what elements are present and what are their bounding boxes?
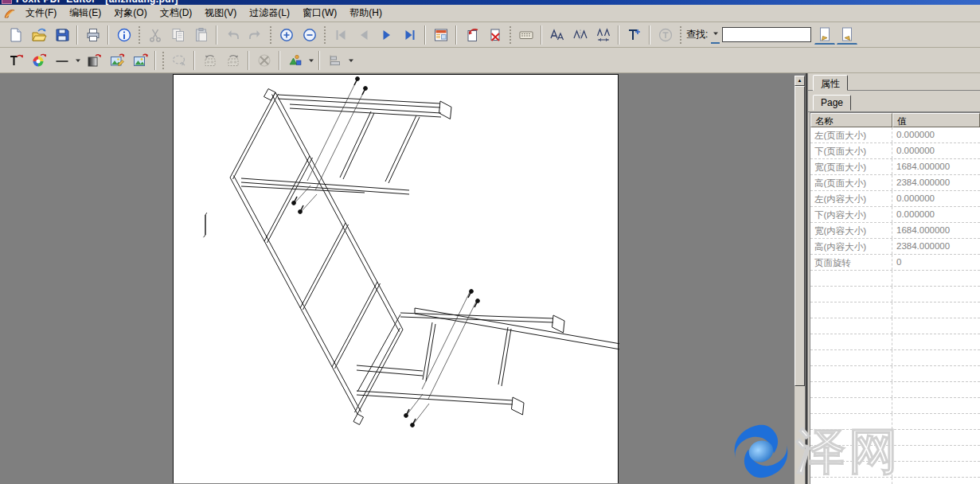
delete-page-icon — [487, 27, 503, 43]
toolbar-separator — [279, 51, 280, 70]
text-orientation-button[interactable] — [654, 25, 676, 45]
redo-button[interactable] — [244, 25, 266, 45]
property-name — [810, 446, 892, 461]
scrollbar-thumb[interactable] — [795, 86, 805, 386]
page-thumbnails-button[interactable] — [430, 25, 451, 45]
text-caret-mark — [204, 213, 207, 237]
delete-object-button[interactable] — [253, 50, 275, 71]
property-name — [810, 334, 892, 349]
properties-tab[interactable]: 属性 — [813, 75, 848, 91]
new-document-icon — [8, 27, 24, 43]
find-dropdown[interactable] — [711, 26, 720, 44]
property-name — [810, 302, 892, 318]
open-document-button[interactable] — [28, 25, 49, 45]
text-edit-tool-icon — [8, 53, 24, 68]
image-replace-tool-icon — [132, 53, 148, 68]
rotate-selection-left-button[interactable] — [199, 50, 221, 71]
property-value — [892, 382, 980, 397]
lasso-select-button[interactable] — [168, 50, 189, 71]
undo-button[interactable] — [221, 25, 243, 45]
property-row: 高(内容大小)2384.000000 — [810, 239, 980, 255]
find-input[interactable] — [722, 27, 811, 42]
shapes-dropdown[interactable] — [306, 52, 315, 69]
property-name: 宽(内容大小) — [810, 223, 892, 238]
property-value — [892, 398, 980, 413]
menu-item-2[interactable]: 编辑(E) — [63, 5, 107, 22]
document-info-button[interactable] — [113, 25, 135, 45]
property-value[interactable]: 0.000000 — [892, 127, 980, 142]
delete-page-button[interactable] — [484, 25, 506, 45]
property-value — [892, 414, 980, 429]
previous-page-button[interactable] — [353, 25, 374, 45]
paste-icon — [193, 27, 209, 43]
font-size-button[interactable] — [546, 25, 568, 45]
zoom-out-icon — [302, 27, 318, 43]
cut-button[interactable] — [144, 25, 166, 45]
property-value[interactable]: 2384.000000 — [892, 175, 980, 190]
find-forward-button[interactable] — [837, 25, 857, 45]
toolbar-grip — [138, 25, 141, 45]
property-value[interactable]: 0.000000 — [892, 207, 980, 222]
gradient-tool-button[interactable] — [83, 50, 104, 71]
image-replace-tool-button[interactable] — [129, 50, 150, 71]
property-value[interactable]: 0.000000 — [892, 191, 980, 206]
document-info-icon — [116, 27, 132, 43]
align-tool-button[interactable] — [324, 50, 346, 71]
paste-button[interactable] — [190, 25, 212, 45]
next-page-button[interactable] — [376, 25, 397, 45]
property-value[interactable]: 2384.000000 — [892, 239, 980, 254]
menu-item-3[interactable]: 对象(O) — [107, 5, 153, 22]
first-page-button[interactable] — [330, 25, 351, 45]
menu-item-4[interactable]: 文档(D) — [154, 5, 199, 22]
page-tab[interactable]: Page — [813, 95, 851, 111]
foxit-document-icon[interactable] — [3, 7, 16, 20]
new-document-button[interactable] — [5, 25, 26, 45]
column-header-name[interactable]: 名称 — [810, 113, 892, 127]
scroll-up-button[interactable]: ▲ — [795, 76, 805, 86]
menu-item-7[interactable]: 窗口(W) — [296, 5, 343, 22]
last-page-button[interactable] — [399, 25, 420, 45]
property-value[interactable]: 1684.000000 — [892, 223, 980, 238]
find-backward-button[interactable] — [814, 25, 835, 45]
menu-item-5[interactable]: 视图(V) — [198, 5, 243, 22]
property-value — [892, 350, 980, 365]
zoom-out-button[interactable] — [299, 25, 320, 45]
print-button[interactable] — [82, 25, 103, 45]
save-document-button[interactable] — [51, 25, 72, 45]
color-picker-tool-button[interactable] — [28, 50, 49, 71]
save-document-icon — [54, 27, 70, 43]
gradient-tool-icon — [86, 53, 102, 68]
text-edit-tool-button[interactable] — [5, 50, 26, 71]
property-name — [810, 382, 892, 397]
font-spacing-button[interactable] — [592, 25, 614, 45]
toolbar-separator — [154, 51, 156, 70]
vertical-scrollbar[interactable]: ▲ — [795, 76, 805, 484]
import-page-button[interactable] — [461, 25, 482, 45]
zoom-in-button[interactable] — [275, 25, 297, 45]
copy-button[interactable] — [167, 25, 189, 45]
toolbar-separator — [424, 25, 426, 45]
line-style-dropdown[interactable] — [73, 52, 82, 69]
shapes-tool-button[interactable] — [284, 50, 306, 71]
menu-item-1[interactable]: 文件(F) — [19, 5, 63, 22]
property-value[interactable]: 0.000000 — [892, 143, 980, 158]
add-text-button[interactable] — [623, 25, 645, 45]
toolbar-grip — [509, 25, 512, 45]
font-kerning-button[interactable] — [569, 25, 591, 45]
document-page[interactable] — [173, 74, 619, 483]
align-dropdown[interactable] — [346, 52, 355, 69]
keyboard-input-button[interactable] — [515, 25, 537, 45]
property-row: 宽(页面大小)1684.000000 — [810, 159, 980, 175]
property-value[interactable]: 1684.000000 — [892, 159, 980, 174]
property-value — [892, 478, 980, 484]
image-edit-tool-button[interactable] — [106, 50, 127, 71]
rotate-selection-right-button[interactable] — [222, 50, 244, 71]
property-row: 页面旋转0 — [810, 255, 980, 271]
app-icon[interactable] — [2, 0, 12, 4]
menu-item-6[interactable]: 过滤器(L) — [243, 5, 296, 22]
line-style-tool-button[interactable] — [51, 50, 72, 71]
main-toolbar: 查找: — [0, 22, 980, 48]
column-header-value[interactable]: 值 — [892, 113, 980, 127]
menu-item-8[interactable]: 帮助(H) — [343, 5, 388, 22]
property-value[interactable]: 0 — [892, 255, 980, 270]
